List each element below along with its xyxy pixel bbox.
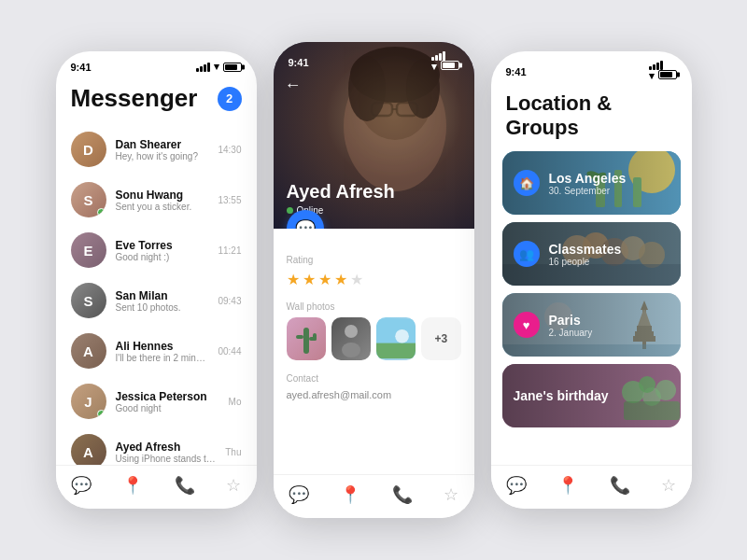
group-content-paris: ♥ Paris 2. January [502, 293, 681, 357]
wall-photos: +3 [287, 317, 461, 360]
nav-chat-icon-2[interactable]: 💬 [289, 484, 309, 505]
contact-message: Using iPhone stands to... [116, 454, 217, 464]
contact-info: Eve Torres Good night :) [116, 239, 209, 262]
contact-info: San Milan Sent 10 photos. [116, 289, 209, 313]
contact-item[interactable]: A Ali Hennes I'll be there in 2 minutes … [63, 326, 249, 376]
group-fab-la: 🏠 [514, 170, 540, 196]
messenger-header: Messenger 2 [56, 77, 257, 124]
groups-header: Location & Groups [491, 86, 692, 151]
nav-location-icon-3[interactable]: 📍 [557, 475, 578, 496]
wifi-icon-2: ▾ [431, 61, 437, 72]
star-5: ★ [350, 271, 363, 288]
contact-message: Sent 10 photos. [116, 302, 209, 313]
status-time-3: 9:41 [506, 66, 527, 77]
profile-hero: 9:41 ▾ .phone-2 .battery-icon::before{ba… [274, 42, 474, 229]
contact-time: 13:55 [218, 195, 241, 205]
nav-call-icon-2[interactable]: 📞 [392, 484, 413, 505]
wall-photo-2[interactable] [331, 317, 371, 360]
contact-item[interactable]: S San Milan Sent 10 photos. 09:43 [63, 275, 249, 326]
nav-chat-icon[interactable]: 💬 [71, 475, 92, 496]
groups-phone: 9:41 ▾ Location & Groups [491, 51, 692, 509]
contact-info: Jessica Peterson Good night [116, 390, 219, 413]
contact-info: Ali Hennes I'll be there in 2 minutes [116, 340, 209, 363]
status-icons-1: ▾ [196, 61, 242, 73]
status-bar-3: 9:41 ▾ [491, 51, 692, 86]
wall-photo-1[interactable] [287, 317, 326, 360]
contact-item[interactable]: D Dan Shearer Hey, how it's going? 14:30 [63, 124, 249, 175]
group-meta-classmates: 16 people [549, 257, 669, 267]
contact-item[interactable]: J Jessica Peterson Good night Mo [63, 376, 249, 427]
nav-location-icon-2[interactable]: 📍 [340, 484, 360, 505]
star-1: ★ [287, 271, 300, 288]
signal-icon [196, 63, 210, 72]
bottom-nav-1: 💬 📍 📞 ☆ [56, 465, 257, 509]
nav-star-icon-2[interactable]: ☆ [444, 484, 458, 505]
nav-star-icon[interactable]: ☆ [226, 475, 241, 496]
wall-label: Wall photos [287, 301, 461, 312]
rating-stars: ★ ★ ★ ★ ★ [287, 271, 461, 288]
contact-name: Eve Torres [116, 239, 209, 252]
contact-message: Sent you a sticker. [116, 202, 209, 212]
contact-info: Dan Shearer Hey, how it's going? [116, 138, 209, 161]
group-fab-classmates: 👥 [514, 241, 540, 267]
contact-info: Sonu Hwang Sent you a sticker. [116, 189, 209, 212]
group-info-paris: Paris 2. January [549, 313, 669, 338]
group-card-la[interactable]: 🏠 Los Angeles 30. September [502, 151, 681, 215]
battery-icon-3 [658, 70, 677, 79]
svg-rect-9 [296, 335, 303, 339]
contact-time: 11:21 [218, 245, 241, 256]
group-card-birthday[interactable]: Jane's birthday [502, 364, 681, 427]
contact-name: Ayed Afresh [116, 441, 217, 454]
group-card-paris[interactable]: ♥ Paris 2. January [502, 293, 681, 357]
avatar: S [71, 182, 106, 217]
profile-name: Ayed Afresh [287, 181, 395, 203]
unread-badge: 2 [218, 87, 242, 111]
group-name-paris: Paris [549, 313, 669, 328]
contact-item[interactable]: E Eve Torres Good night :) 11:21 [63, 225, 249, 275]
group-card-classmates[interactable]: 👥 Classmates 16 people [502, 222, 681, 286]
contact-name: Ali Hennes [116, 340, 209, 353]
app-title: Messenger [71, 84, 198, 113]
contact-name: Dan Shearer [116, 138, 209, 151]
avatar: D [71, 132, 106, 167]
status-icons-3: ▾ [649, 61, 676, 82]
groups-title: Location & Groups [506, 91, 677, 140]
nav-location-icon[interactable]: 📍 [122, 475, 143, 496]
group-fab-paris: ♥ [514, 312, 540, 338]
contact-time: 14:30 [218, 145, 241, 155]
battery-icon [223, 63, 242, 72]
avatar: E [71, 232, 106, 268]
wall-photo-more[interactable]: +3 [421, 317, 460, 360]
svg-rect-8 [303, 328, 309, 354]
wall-photo-3[interactable] [376, 317, 416, 360]
online-dot [97, 208, 106, 217]
wifi-icon-3: ▾ [649, 70, 655, 81]
signal-icon-3 [649, 61, 676, 70]
contact-time: Mo [229, 397, 242, 407]
group-info-classmates: Classmates 16 people [549, 242, 669, 267]
svg-point-13 [345, 325, 358, 338]
contact-name: Sonu Hwang [116, 189, 209, 202]
contact-label: Contact [287, 373, 461, 384]
contact-item[interactable]: S Sonu Hwang Sent you a sticker. 13:55 [63, 175, 249, 225]
nav-call-icon[interactable]: 📞 [175, 475, 195, 496]
nav-star-icon-3[interactable]: ☆ [661, 475, 676, 496]
back-button[interactable]: ← [285, 76, 302, 95]
contact-time: Thu [225, 447, 241, 457]
group-meta-la: 30. September [549, 186, 669, 196]
group-name-classmates: Classmates [549, 242, 669, 257]
status-bar-2: 9:41 ▾ .phone-2 .battery-icon::before{ba… [274, 42, 474, 77]
nav-chat-icon-3[interactable]: 💬 [506, 475, 527, 496]
online-dot [97, 410, 106, 418]
contact-message: Hey, how it's going? [116, 151, 209, 161]
status-bar-1: 9:41 ▾ [56, 51, 257, 77]
group-content-birthday: Jane's birthday [502, 364, 681, 427]
bottom-nav-2: 💬 📍 📞 ☆ [274, 474, 474, 518]
group-meta-paris: 2. January [549, 328, 669, 338]
svg-rect-10 [303, 331, 307, 339]
contact-time: 00:44 [218, 346, 241, 357]
star-3: ★ [318, 271, 331, 288]
contact-email: ayed.afresh@mail.com [287, 389, 461, 400]
profile-body: Rating ★ ★ ★ ★ ★ Wall photos +3 Contact … [274, 229, 474, 400]
nav-call-icon-3[interactable]: 📞 [610, 475, 630, 496]
